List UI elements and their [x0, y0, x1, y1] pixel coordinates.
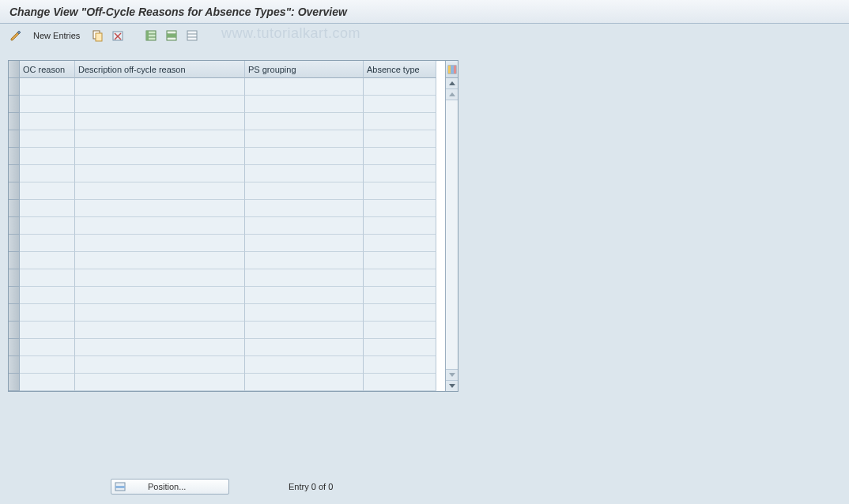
cell-description[interactable]	[75, 356, 245, 374]
cell-oc-reason[interactable]	[20, 339, 75, 356]
cell-ps-grouping[interactable]	[245, 78, 364, 96]
row-selector[interactable]	[9, 200, 20, 217]
cell-oc-reason[interactable]	[20, 322, 75, 339]
cell-ps-grouping[interactable]	[245, 200, 364, 217]
cell-absence-type[interactable]	[364, 200, 436, 217]
row-selector[interactable]	[9, 374, 20, 391]
cell-ps-grouping[interactable]	[245, 322, 364, 339]
cell-absence-type[interactable]	[364, 78, 436, 96]
cell-absence-type[interactable]	[364, 148, 436, 165]
select-block-button[interactable]	[164, 28, 179, 43]
cell-description[interactable]	[75, 269, 245, 287]
cell-absence-type[interactable]	[364, 96, 436, 113]
cell-oc-reason[interactable]	[20, 148, 75, 165]
cell-absence-type[interactable]	[364, 269, 436, 287]
cell-ps-grouping[interactable]	[245, 182, 364, 200]
cell-ps-grouping[interactable]	[245, 356, 364, 374]
cell-absence-type[interactable]	[364, 165, 436, 182]
cell-description[interactable]	[75, 304, 245, 322]
cell-absence-type[interactable]	[364, 113, 436, 130]
cell-description[interactable]	[75, 339, 245, 356]
cell-oc-reason[interactable]	[20, 130, 75, 148]
cell-description[interactable]	[75, 287, 245, 304]
cell-absence-type[interactable]	[364, 339, 436, 356]
cell-ps-grouping[interactable]	[245, 235, 364, 252]
cell-oc-reason[interactable]	[20, 252, 75, 269]
row-selector[interactable]	[9, 252, 20, 269]
cell-oc-reason[interactable]	[20, 96, 75, 113]
table-settings-button[interactable]	[446, 61, 458, 78]
cell-description[interactable]	[75, 374, 245, 391]
position-button[interactable]: Position...	[111, 479, 229, 495]
cell-ps-grouping[interactable]	[245, 269, 364, 287]
cell-ps-grouping[interactable]	[245, 130, 364, 148]
grid-corner[interactable]	[9, 61, 20, 78]
cell-absence-type[interactable]	[364, 130, 436, 148]
scroll-down-button[interactable]	[446, 380, 458, 391]
cell-ps-grouping[interactable]	[245, 148, 364, 165]
col-header-oc-reason[interactable]: OC reason	[20, 61, 75, 78]
row-selector[interactable]	[9, 322, 20, 339]
cell-description[interactable]	[75, 165, 245, 182]
row-selector[interactable]	[9, 339, 20, 356]
cell-description[interactable]	[75, 113, 245, 130]
cell-absence-type[interactable]	[364, 252, 436, 269]
row-selector[interactable]	[9, 356, 20, 374]
cell-oc-reason[interactable]	[20, 78, 75, 96]
cell-ps-grouping[interactable]	[245, 304, 364, 322]
cell-absence-type[interactable]	[364, 322, 436, 339]
row-selector[interactable]	[9, 165, 20, 182]
row-selector[interactable]	[9, 130, 20, 148]
scroll-track[interactable]	[446, 100, 458, 369]
scroll-down-page-button[interactable]	[446, 369, 458, 380]
cell-ps-grouping[interactable]	[245, 287, 364, 304]
delete-button[interactable]	[110, 28, 126, 43]
cell-oc-reason[interactable]	[20, 200, 75, 217]
select-all-button[interactable]	[143, 28, 159, 43]
cell-absence-type[interactable]	[364, 217, 436, 235]
cell-oc-reason[interactable]	[20, 287, 75, 304]
cell-description[interactable]	[75, 96, 245, 113]
row-selector[interactable]	[9, 235, 20, 252]
cell-oc-reason[interactable]	[20, 165, 75, 182]
cell-oc-reason[interactable]	[20, 269, 75, 287]
col-header-absence-type[interactable]: Absence type	[364, 61, 436, 78]
cell-absence-type[interactable]	[364, 182, 436, 200]
cell-absence-type[interactable]	[364, 304, 436, 322]
cell-oc-reason[interactable]	[20, 182, 75, 200]
cell-ps-grouping[interactable]	[245, 252, 364, 269]
cell-absence-type[interactable]	[364, 287, 436, 304]
scroll-up-page-button[interactable]	[446, 89, 458, 100]
row-selector[interactable]	[9, 113, 20, 130]
cell-description[interactable]	[75, 182, 245, 200]
row-selector[interactable]	[9, 287, 20, 304]
cell-absence-type[interactable]	[364, 356, 436, 374]
row-selector[interactable]	[9, 78, 20, 96]
cell-oc-reason[interactable]	[20, 235, 75, 252]
new-entries-button[interactable]: New Entries	[28, 28, 85, 43]
cell-description[interactable]	[75, 217, 245, 235]
toggle-edit-button[interactable]	[8, 28, 24, 43]
row-selector[interactable]	[9, 182, 20, 200]
cell-description[interactable]	[75, 148, 245, 165]
cell-description[interactable]	[75, 235, 245, 252]
cell-description[interactable]	[75, 78, 245, 96]
row-selector[interactable]	[9, 148, 20, 165]
cell-ps-grouping[interactable]	[245, 113, 364, 130]
col-header-ps-grouping[interactable]: PS grouping	[245, 61, 364, 78]
cell-oc-reason[interactable]	[20, 374, 75, 391]
scroll-up-button[interactable]	[446, 78, 458, 89]
cell-oc-reason[interactable]	[20, 217, 75, 235]
cell-absence-type[interactable]	[364, 374, 436, 391]
cell-oc-reason[interactable]	[20, 304, 75, 322]
cell-description[interactable]	[75, 130, 245, 148]
cell-ps-grouping[interactable]	[245, 96, 364, 113]
cell-ps-grouping[interactable]	[245, 165, 364, 182]
cell-oc-reason[interactable]	[20, 113, 75, 130]
cell-description[interactable]	[75, 200, 245, 217]
cell-oc-reason[interactable]	[20, 356, 75, 374]
row-selector[interactable]	[9, 304, 20, 322]
cell-absence-type[interactable]	[364, 235, 436, 252]
row-selector[interactable]	[9, 217, 20, 235]
cell-description[interactable]	[75, 322, 245, 339]
